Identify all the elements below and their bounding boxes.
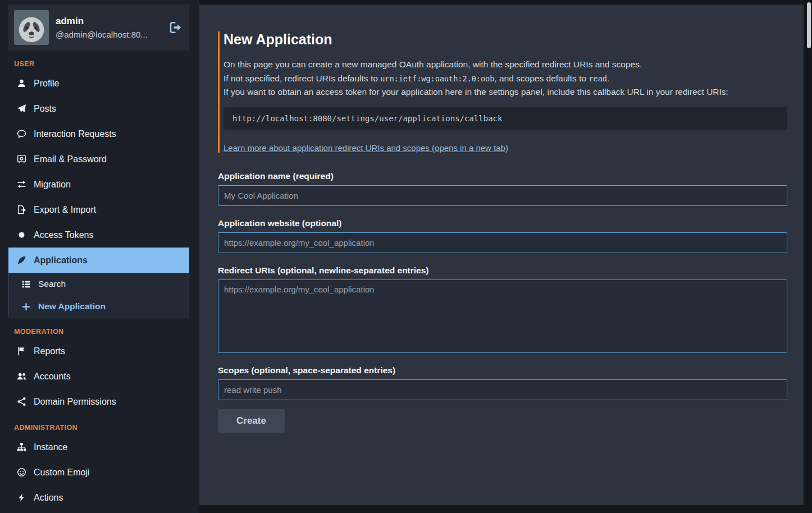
- description-text: On this page you can create a new manage…: [223, 59, 642, 69]
- username: admin: [56, 16, 162, 27]
- learn-more-link[interactable]: Learn more about application redirect UR…: [223, 143, 508, 153]
- user-handle: @admin@localhost:80...: [56, 30, 162, 39]
- flag-icon: [17, 346, 26, 356]
- plus-icon: [21, 302, 31, 312]
- avatar: [14, 10, 49, 45]
- application-website-input[interactable]: [218, 232, 787, 253]
- description-text: .: [607, 74, 609, 83]
- section-header-moderation: MODERATION: [8, 328, 189, 336]
- sidebar-item-custom-emoji[interactable]: Custom Emoji: [8, 460, 189, 485]
- sidebar-item-label: Accounts: [34, 372, 71, 382]
- application-name-label: Application name (required): [218, 171, 787, 181]
- comment-icon: [17, 129, 26, 139]
- sidebar-item-label: Instance: [34, 442, 67, 452]
- sidebar-item-interaction-requests[interactable]: Interaction Requests: [8, 121, 189, 146]
- user-icon: [17, 79, 26, 88]
- page-intro: New Application On this page you can cre…: [218, 31, 787, 153]
- users-icon: [17, 372, 26, 381]
- sidebar-item-label: Export & Import: [34, 205, 96, 215]
- sidebar-item-label: Actions: [34, 493, 63, 503]
- page-title: New Application: [223, 31, 787, 48]
- sidebar-item-email-password[interactable]: Email & Password: [8, 146, 189, 172]
- sidebar-item-actions[interactable]: Actions: [8, 485, 189, 510]
- sidebar-item-export-import[interactable]: Export & Import: [8, 197, 189, 222]
- user-info: admin @admin@localhost:80...: [56, 16, 162, 39]
- sidebar-item-label: Posts: [34, 104, 56, 114]
- sidebar-item-reports[interactable]: Reports: [8, 338, 189, 364]
- sidebar-item-accounts[interactable]: Accounts: [8, 364, 189, 389]
- settings-sidebar: admin @admin@localhost:80... USER Profil…: [0, 0, 199, 513]
- list-icon: [21, 280, 31, 289]
- callback-url-code-block: http://localhost:8080/settings/user/appl…: [223, 107, 787, 130]
- description-text: , and scopes defaults to: [494, 74, 589, 83]
- application-website-label: Application website (optional): [218, 218, 787, 228]
- sidebar-nav: USER Profile Posts Interaction Requests: [8, 60, 189, 510]
- sidebar-item-label: Email & Password: [34, 154, 107, 164]
- new-application-form: Application name (required) Application …: [218, 171, 787, 433]
- inline-code-oob: urn:ietf:wg:oauth:2.0:oob: [380, 74, 494, 83]
- user-card: admin @admin@localhost:80...: [8, 4, 189, 51]
- sidebar-item-label: Custom Emoji: [34, 468, 90, 478]
- vault-icon: [17, 154, 26, 164]
- logout-icon[interactable]: [169, 21, 183, 34]
- sidebar-item-label: Profile: [34, 79, 59, 89]
- redirect-uris-label: Redirect URIs (optional, newline-separat…: [218, 265, 787, 276]
- sitemap-icon: [17, 442, 26, 452]
- file-export-icon: [17, 205, 26, 214]
- sidebar-item-label: Domain Permissions: [34, 397, 116, 407]
- inline-code-read: read: [589, 74, 607, 83]
- application-name-input[interactable]: [218, 185, 787, 206]
- certificate-icon: [17, 230, 26, 240]
- scopes-label: Scopes (optional, space-separated entrie…: [218, 365, 787, 375]
- share-nodes-icon: [17, 397, 26, 406]
- feather-icon: [17, 255, 26, 265]
- description-text: If not specified, redirect URIs defaults…: [223, 74, 380, 83]
- applications-submenu: Search New Application: [8, 273, 189, 318]
- sidebar-item-posts[interactable]: Posts: [8, 96, 189, 121]
- section-header-administration: ADMINISTRATION: [8, 424, 189, 432]
- main-panel: New Application On this page you can cre…: [199, 4, 804, 505]
- sidebar-item-label: Interaction Requests: [34, 129, 116, 139]
- sidebar-item-label: Access Tokens: [34, 230, 93, 240]
- create-button[interactable]: Create: [218, 409, 285, 433]
- sidebar-item-label: Migration: [34, 180, 71, 190]
- sidebar-item-instance[interactable]: Instance: [8, 434, 189, 460]
- app-root: admin @admin@localhost:80... USER Profil…: [0, 0, 812, 513]
- sidebar-item-domain-permissions[interactable]: Domain Permissions: [8, 389, 189, 414]
- submenu-item-search[interactable]: Search: [9, 273, 189, 295]
- sidebar-item-label: Applications: [34, 255, 88, 265]
- submenu-item-label: New Application: [38, 301, 106, 312]
- arrows-left-right-icon: [17, 180, 26, 189]
- submenu-item-new-application[interactable]: New Application: [9, 295, 189, 318]
- smile-icon: [17, 468, 26, 477]
- paper-plane-icon: [17, 104, 26, 113]
- sidebar-item-profile[interactable]: Profile: [8, 71, 189, 96]
- sidebar-item-access-tokens[interactable]: Access Tokens: [8, 222, 189, 248]
- description-text: If you want to obtain an access token fo…: [223, 87, 728, 97]
- scopes-input[interactable]: [218, 379, 787, 400]
- description-line-2: If not specified, redirect URIs defaults…: [223, 72, 787, 86]
- sidebar-item-migration[interactable]: Migration: [8, 172, 189, 197]
- vertical-scrollbar-thumb[interactable]: [807, 2, 811, 48]
- section-header-user: USER: [8, 60, 189, 68]
- submenu-item-label: Search: [38, 279, 66, 289]
- description-line-3: If you want to obtain an access token fo…: [223, 85, 787, 99]
- redirect-uris-textarea[interactable]: [218, 280, 787, 353]
- sidebar-item-applications[interactable]: Applications: [8, 248, 189, 273]
- sidebar-item-label: Reports: [34, 346, 65, 356]
- description-line-1: On this page you can create a new manage…: [223, 58, 787, 72]
- bolt-icon: [17, 493, 26, 502]
